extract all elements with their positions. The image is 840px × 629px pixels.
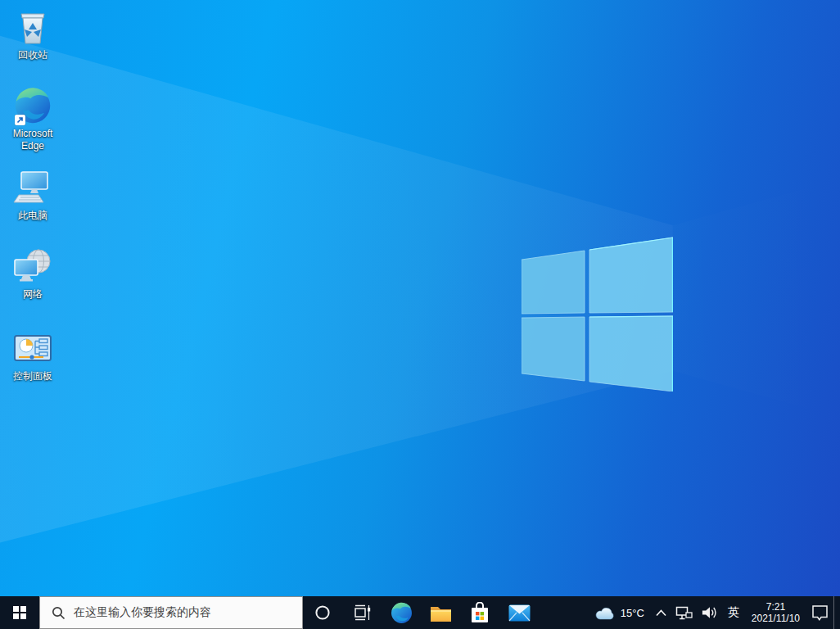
this-pc-icon xyxy=(13,170,52,205)
desktop-icon-label: 网络 xyxy=(23,288,43,301)
tray-ime-indicator[interactable]: 英 xyxy=(722,596,745,629)
desktop-icon-label: 此电脑 xyxy=(18,210,47,222)
cortana-icon xyxy=(314,604,331,621)
control-panel-icon xyxy=(14,335,52,361)
weather-cloud-icon xyxy=(594,606,616,620)
search-icon xyxy=(52,606,65,620)
taskbar-mail-button[interactable] xyxy=(499,596,539,629)
system-tray: 15°C 英 7:21 2 xyxy=(588,596,840,629)
desktop-icon-label: 回收站 xyxy=(18,49,47,61)
file-explorer-icon xyxy=(430,604,452,622)
weather-temperature: 15°C xyxy=(621,607,644,619)
microsoft-store-icon xyxy=(470,602,490,624)
taskbar-microsoft-store-button[interactable] xyxy=(460,596,499,629)
mail-icon xyxy=(508,604,531,622)
speaker-volume-icon xyxy=(701,605,718,620)
taskbar-file-explorer-button[interactable] xyxy=(421,596,460,629)
tray-network-button[interactable] xyxy=(671,596,697,629)
task-view-icon xyxy=(352,604,372,622)
taskbar-weather-widget[interactable]: 15°C xyxy=(588,596,651,629)
recycle-bin-icon xyxy=(14,7,52,47)
search-placeholder: 在这里输入你要搜索的内容 xyxy=(74,605,211,620)
desktop-icon-recycle-bin[interactable]: 回收站 xyxy=(2,7,64,61)
desktop-icon-label: 控制面板 xyxy=(13,370,52,382)
taskbar-search-input[interactable]: 在这里输入你要搜索的内容 xyxy=(39,596,303,629)
action-center-button[interactable] xyxy=(806,596,833,629)
action-center-icon xyxy=(811,604,829,622)
show-desktop-button[interactable] xyxy=(833,596,840,629)
microsoft-edge-icon xyxy=(391,602,413,624)
ime-language-label: 英 xyxy=(728,605,739,620)
desktop-icon-this-pc[interactable]: 此电脑 xyxy=(2,167,64,222)
desktop-wallpaper: 回收站 Microsoft Edge xyxy=(0,0,840,596)
taskbar-microsoft-edge-button[interactable] xyxy=(382,596,421,629)
desktop-icon-microsoft-edge[interactable]: Microsoft Edge xyxy=(2,85,64,152)
tray-clock[interactable]: 7:21 2021/11/10 xyxy=(745,596,806,629)
ethernet-network-icon xyxy=(675,606,693,620)
taskbar-empty-area xyxy=(539,596,588,629)
taskbar-cortana-button[interactable] xyxy=(303,596,342,629)
windows-logo xyxy=(522,237,673,391)
clock-time: 7:21 xyxy=(766,601,785,613)
windows-start-icon xyxy=(13,606,27,620)
taskbar-task-view-button[interactable] xyxy=(342,596,382,629)
taskbar: 在这里输入你要搜索的内容 xyxy=(0,596,840,629)
clock-date: 2021/11/10 xyxy=(752,613,800,624)
desktop-icon-label: Microsoft Edge xyxy=(2,128,63,152)
shortcut-arrow-icon xyxy=(15,115,25,125)
network-icon xyxy=(13,247,52,285)
start-button[interactable] xyxy=(0,596,39,629)
tray-show-hidden-icons-button[interactable] xyxy=(651,596,671,629)
desktop-icon-control-panel[interactable]: 控制面板 xyxy=(2,328,64,382)
desktop-icon-network[interactable]: 网络 xyxy=(2,246,64,301)
chevron-up-icon xyxy=(655,609,667,618)
tray-volume-button[interactable] xyxy=(697,596,722,629)
